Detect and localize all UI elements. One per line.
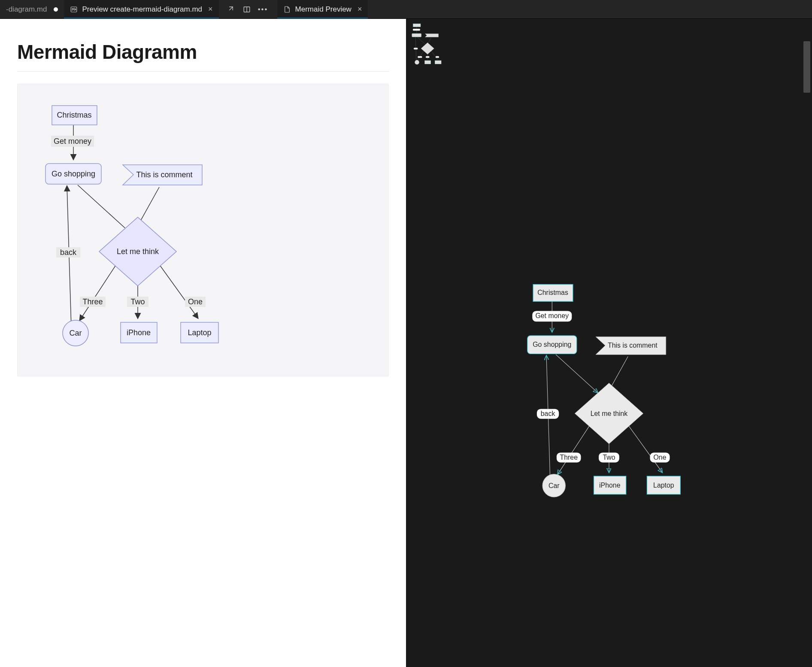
- edge-label-one: One: [188, 297, 203, 306]
- tab-label: Preview create-mermaid-diagram.md: [82, 5, 202, 14]
- node-laptop: Laptop: [653, 482, 674, 489]
- markdown-preview-icon: [70, 6, 78, 13]
- node-comment: This is comment: [608, 342, 657, 349]
- node-let-me-think: Let me think: [117, 247, 159, 256]
- edge-label-two: Two: [130, 297, 145, 306]
- vertical-scrollbar[interactable]: [803, 41, 811, 658]
- edge-label-get-money: Get money: [535, 312, 569, 319]
- workspace: Mermaid Diagramm: [0, 19, 812, 667]
- edge-label-get-money: Get money: [54, 137, 91, 146]
- close-icon[interactable]: ×: [208, 5, 213, 14]
- editor-toolbar: •••: [219, 0, 275, 18]
- tab-label: Mermaid Preview: [295, 5, 351, 14]
- tab-mermaid-preview[interactable]: Mermaid Preview ×: [277, 0, 368, 18]
- unsaved-indicator-icon: [54, 7, 58, 12]
- edge-label-two: Two: [603, 454, 615, 461]
- mermaid-preview-pane[interactable]: Christmas Get money Go shopping This is …: [406, 19, 812, 667]
- scrollbar-thumb[interactable]: [803, 41, 810, 93]
- close-icon[interactable]: ×: [358, 5, 362, 14]
- tab-editor-file[interactable]: -diagram.md: [0, 0, 64, 18]
- editor-tabstrip: -diagram.md Preview create-mermaid-diagr…: [0, 0, 812, 19]
- node-car: Car: [548, 482, 560, 489]
- node-go-shopping: Go shopping: [533, 341, 571, 348]
- split-editor-icon[interactable]: [243, 6, 251, 13]
- svg-line-7: [159, 264, 198, 318]
- svg-line-45: [628, 425, 662, 473]
- tab-markdown-preview[interactable]: Preview create-mermaid-diagram.md ×: [64, 0, 218, 18]
- title-divider: [17, 71, 389, 72]
- edge-label-three: Three: [82, 297, 103, 306]
- mermaid-code-block: Christmas Get money Go shopping This is …: [17, 84, 389, 376]
- tab-label: -diagram.md: [6, 5, 47, 14]
- node-christmas: Christmas: [537, 289, 568, 296]
- node-comment: This is comment: [136, 170, 192, 179]
- node-christmas: Christmas: [57, 111, 91, 119]
- node-let-me-think: Let me think: [591, 410, 628, 417]
- node-car: Car: [69, 329, 82, 337]
- svg-line-4: [78, 185, 125, 228]
- mermaid-diagram-dark[interactable]: Christmas Get money Go shopping This is …: [510, 273, 708, 516]
- edge-label-one: One: [653, 454, 666, 461]
- edge-label-three: Three: [560, 454, 578, 461]
- more-actions-icon[interactable]: •••: [259, 6, 267, 13]
- svg-line-46: [558, 425, 590, 474]
- mermaid-diagram-light: Christmas Get money Go shopping This is …: [26, 93, 249, 367]
- node-laptop: Laptop: [188, 328, 211, 337]
- file-icon: [283, 6, 291, 13]
- open-changes-icon[interactable]: [227, 6, 234, 13]
- node-iphone: iPhone: [599, 482, 621, 489]
- edge-label-back: back: [60, 248, 77, 257]
- svg-line-8: [80, 264, 116, 320]
- node-go-shopping: Go shopping: [52, 170, 95, 178]
- node-iphone: iPhone: [127, 328, 151, 337]
- markdown-preview-pane[interactable]: Mermaid Diagramm: [0, 19, 406, 667]
- edge-label-back: back: [541, 410, 555, 417]
- page-title: Mermaid Diagramm: [17, 40, 389, 64]
- svg-line-42: [556, 355, 597, 392]
